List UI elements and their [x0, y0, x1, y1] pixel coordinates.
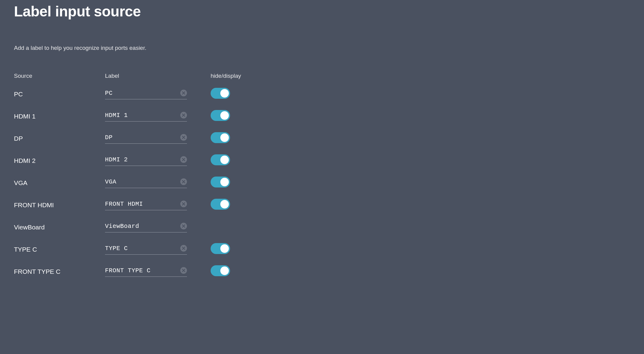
column-header-toggle: hide/display	[202, 73, 263, 83]
source-name: HDMI 2	[14, 157, 36, 164]
label-input[interactable]	[105, 90, 180, 97]
source-name: VGA	[14, 179, 27, 186]
label-input-wrap	[105, 178, 187, 188]
source-name: FRONT TYPE C	[14, 268, 60, 275]
column-header-source: Source	[14, 73, 105, 83]
label-input-wrap	[105, 222, 187, 232]
clear-icon[interactable]	[180, 90, 187, 96]
clear-icon[interactable]	[180, 267, 187, 274]
label-input[interactable]	[105, 201, 180, 208]
hide-display-toggle[interactable]	[211, 199, 230, 210]
hide-display-toggle[interactable]	[211, 154, 230, 165]
column-header-label: Label	[105, 73, 202, 83]
label-input[interactable]	[105, 156, 180, 163]
clear-icon[interactable]	[180, 245, 187, 252]
hide-display-toggle[interactable]	[211, 132, 230, 143]
hide-display-toggle[interactable]	[211, 265, 230, 276]
label-input-wrap	[105, 244, 187, 255]
source-grid: Source Label hide/display PCHDMI 1DPHDMI…	[14, 73, 630, 283]
source-name: DP	[14, 135, 23, 142]
label-input[interactable]	[105, 178, 180, 185]
clear-icon[interactable]	[180, 201, 187, 207]
label-input-wrap	[105, 111, 187, 122]
clear-icon[interactable]	[180, 178, 187, 185]
label-input[interactable]	[105, 112, 180, 119]
clear-icon[interactable]	[180, 134, 187, 141]
label-input[interactable]	[105, 223, 180, 230]
label-input-wrap	[105, 266, 187, 277]
page-subtitle: Add a label to help you recognize input …	[14, 45, 630, 51]
label-input-wrap	[105, 133, 187, 144]
source-name: HDMI 1	[14, 113, 36, 120]
label-input[interactable]	[105, 267, 180, 274]
clear-icon[interactable]	[180, 223, 187, 229]
label-input-wrap	[105, 200, 187, 210]
label-input-wrap	[105, 156, 187, 166]
clear-icon[interactable]	[180, 112, 187, 119]
source-name: ViewBoard	[14, 224, 45, 231]
source-name: TYPE C	[14, 246, 37, 253]
label-input-source-screen: Label input source Add a label to help y…	[0, 0, 644, 295]
label-input[interactable]	[105, 134, 180, 141]
hide-display-toggle[interactable]	[211, 243, 230, 254]
source-name: FRONT HDMI	[14, 201, 54, 208]
hide-display-toggle[interactable]	[211, 110, 230, 121]
hide-display-toggle[interactable]	[211, 177, 230, 187]
label-input-wrap	[105, 89, 187, 99]
hide-display-toggle[interactable]	[211, 88, 230, 99]
page-title: Label input source	[14, 3, 630, 20]
label-input[interactable]	[105, 245, 180, 252]
source-name: PC	[14, 91, 23, 98]
clear-icon[interactable]	[180, 156, 187, 163]
